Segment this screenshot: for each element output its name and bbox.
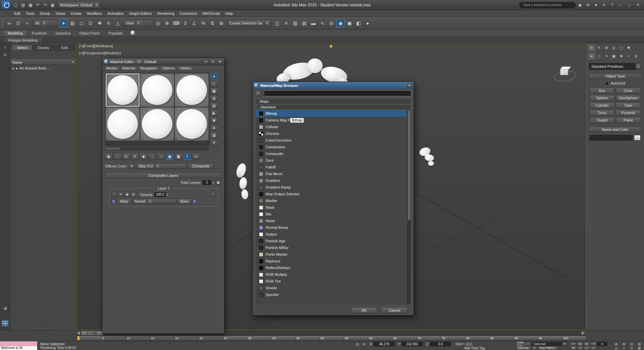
- object-type-button[interactable]: Cone: [616, 88, 641, 94]
- map-browser-item[interactable]: Mask: [255, 204, 407, 211]
- save-file-icon[interactable]: ▦: [27, 2, 34, 8]
- menu-item[interactable]: Tools: [23, 11, 37, 16]
- render-setup-icon[interactable]: ▣: [345, 19, 354, 28]
- menu-item[interactable]: Group: [37, 11, 53, 16]
- map-browser-item[interactable]: Cellular: [255, 123, 407, 130]
- pan-view-icon[interactable]: +: [620, 346, 628, 350]
- material-sample-slot[interactable]: [140, 73, 174, 107]
- autogrid-checkbox[interactable]: [605, 82, 609, 85]
- map-browser-item[interactable]: Gradient: [255, 177, 407, 184]
- maps-group-header[interactable]: - Maps: [256, 99, 411, 104]
- dock-handle-icon[interactable]: ≡: [2, 44, 8, 50]
- previous-key-icon[interactable]: ◁: [577, 346, 583, 350]
- sample-type-sphere-icon[interactable]: ●: [210, 73, 218, 80]
- coordinate-input[interactable]: 46.278: [374, 342, 394, 346]
- menu-item[interactable]: Create: [68, 11, 84, 16]
- undo-icon[interactable]: ↶: [34, 2, 42, 8]
- key-selection-dropdown[interactable]: Selected ▾: [532, 342, 567, 346]
- polygon-modeling-panel-tab[interactable]: Polygon Modeling: [5, 38, 41, 43]
- zoom-extents-all-icon[interactable]: ⊞: [636, 342, 643, 346]
- sample-slot-scrollbar[interactable]: [105, 147, 209, 150]
- object-type-button[interactable]: Box: [590, 88, 614, 94]
- material-editor-icon[interactable]: ◉: [336, 19, 345, 28]
- workspace-dropdown[interactable]: Workspace: Default ▾: [58, 2, 100, 8]
- menu-item[interactable]: Rendering: [155, 11, 177, 16]
- scene-explorer-tab[interactable]: Select: [12, 45, 32, 51]
- make-preview-icon[interactable]: ▶: [210, 110, 218, 116]
- total-layers-field[interactable]: 1: [203, 180, 211, 185]
- maxscript-mini-listener[interactable]: Welcome to M: [0, 341, 38, 350]
- exchange-apps-icon[interactable]: ✕: [600, 2, 608, 8]
- utilities-tab-icon[interactable]: ✱: [625, 45, 632, 51]
- display-tab-icon[interactable]: ▢: [618, 45, 625, 51]
- material-editor-title-bar[interactable]: Material Editor - 07 - Default ─ □ ✕: [103, 58, 224, 65]
- sign-in-icon[interactable]: ◉: [576, 2, 584, 8]
- geometry-category-icon[interactable]: ●: [588, 53, 595, 59]
- material-editor-menu-item[interactable]: Material: [120, 66, 138, 70]
- align-icon[interactable]: ≡: [282, 19, 290, 28]
- material-editor-menu-item[interactable]: Options: [160, 66, 177, 70]
- map-browser-item[interactable]: Mix: [255, 211, 407, 217]
- key-mode-toggle-icon[interactable]: ◆: [570, 346, 577, 350]
- duplicate-layer-icon[interactable]: ▣: [124, 192, 130, 197]
- systems-category-icon[interactable]: ⊛: [633, 53, 639, 59]
- menu-item[interactable]: Customize: [177, 11, 200, 16]
- material-sample-slot[interactable]: [105, 73, 140, 107]
- selection-lock-icon[interactable]: ⊘: [361, 342, 366, 346]
- time-configuration-icon[interactable]: ⊙: [590, 346, 597, 350]
- go-to-end-icon[interactable]: ⇥: [590, 342, 597, 346]
- material-editor-menu-item[interactable]: Navigation: [138, 66, 160, 70]
- browser-options-dropdown-icon[interactable]: ▾: [255, 90, 261, 96]
- map-browser-item[interactable]: Noise: [255, 217, 407, 224]
- layer-mask-none-button[interactable]: None: [177, 199, 192, 204]
- material-sample-slot[interactable]: [105, 107, 140, 141]
- show-end-result-icon[interactable]: ▣: [174, 153, 182, 160]
- curve-editor-icon[interactable]: ∿: [318, 19, 327, 28]
- ribbon-config-icon[interactable]: [130, 30, 135, 35]
- render-production-icon[interactable]: ●: [363, 19, 372, 28]
- mirror-icon[interactable]: ◫: [273, 19, 281, 28]
- window-crossing-toggle-icon[interactable]: ⊡: [86, 19, 95, 28]
- new-scene-icon[interactable]: ▢: [12, 2, 19, 8]
- collapse-panel-button[interactable]: ◀: [2, 305, 8, 311]
- set-key-icon[interactable]: ✓: [532, 346, 537, 350]
- assign-material-to-selection-icon[interactable]: ⊙: [122, 153, 130, 160]
- map-pick-icon[interactable]: ✎: [129, 163, 135, 169]
- layer-mask-icon[interactable]: ▤: [131, 192, 136, 197]
- spinner-arrows-icon[interactable]: ▲▼: [167, 193, 168, 196]
- video-color-check-icon[interactable]: ▥: [210, 102, 218, 109]
- map-browser-item[interactable]: Reflect/Refract: [255, 264, 407, 271]
- object-type-rollout-header[interactable]: - Object Type: [588, 73, 642, 79]
- menu-item[interactable]: Help: [223, 11, 236, 16]
- viewport-tab-icon[interactable]: ⊞: [2, 52, 8, 58]
- map-type-button[interactable]: Composite: [188, 163, 213, 169]
- model-hand-fragment[interactable]: [428, 161, 434, 166]
- hierarchy-tab-icon[interactable]: ⊞: [603, 45, 610, 51]
- maximize-viewport-toggle-icon[interactable]: ⊠: [636, 346, 643, 350]
- browser-title-bar[interactable]: Material/Map Browser ✕: [253, 82, 414, 89]
- ribbon-tab[interactable]: Modeling: [3, 30, 27, 36]
- snaps-toggle-icon[interactable]: 3: [181, 19, 190, 28]
- select-object-icon[interactable]: ➤: [59, 19, 68, 28]
- reset-map-icon[interactable]: ✕: [131, 153, 139, 160]
- map-browser-item[interactable]: Marble: [255, 197, 407, 204]
- make-material-unique-icon[interactable]: ◆: [140, 153, 148, 160]
- map-browser-item[interactable]: Raytrace: [255, 258, 407, 264]
- key-filters-button[interactable]: Key Filters...: [538, 346, 558, 350]
- spinner-snap-icon[interactable]: ⇅: [208, 19, 217, 28]
- select-and-move-icon[interactable]: ✚: [95, 19, 104, 28]
- map-browser-item[interactable]: Camera Map Per Pixel: [255, 117, 407, 123]
- project-folder-icon[interactable]: ▣: [49, 2, 56, 8]
- next-key-icon[interactable]: ▷: [584, 346, 590, 350]
- close-button[interactable]: ✕: [407, 83, 412, 88]
- map-browser-item[interactable]: Output: [255, 231, 407, 238]
- material-id-channel-icon[interactable]: ◔: [157, 153, 165, 160]
- select-and-link-icon[interactable]: ∞: [5, 19, 13, 28]
- model-head-fragment[interactable]: [307, 58, 323, 73]
- layer-color-options-icon[interactable]: ··: [112, 192, 117, 197]
- object-type-button[interactable]: Plane: [616, 117, 641, 123]
- map-browser-item[interactable]: RGB Tint: [255, 278, 407, 285]
- shapes-category-icon[interactable]: ◇: [596, 53, 602, 59]
- select-by-name-icon[interactable]: ▤: [68, 19, 77, 28]
- angle-snap-icon[interactable]: ∠: [190, 19, 199, 28]
